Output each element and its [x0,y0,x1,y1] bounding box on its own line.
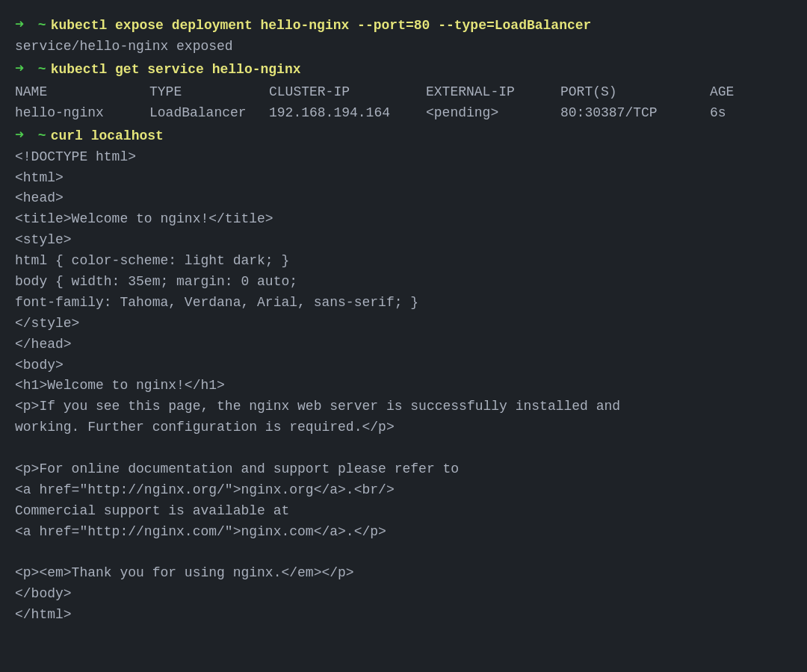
code-line-16: <a href="http://nginx.org/">nginx.org</a… [15,480,792,501]
col-type: TYPE [149,82,269,103]
code-line-4: <title>Welcome to nginx!</title> [15,209,792,230]
blank-line-1 [15,438,792,459]
code-line-1: <!DOCTYPE html> [15,147,792,168]
code-line-14: working. Further configuration is requir… [15,417,792,438]
code-line-19: <p><em>Thank you for using nginx.</em></… [15,563,792,584]
cmd-3: curl localhost [51,126,164,147]
code-line-18: <a href="http://nginx.com/">nginx.com</a… [15,522,792,543]
col-name: NAME [15,82,149,103]
table-data-row: hello-nginx LoadBalancer 192.168.194.164… [15,103,792,124]
cell-name: hello-nginx [15,103,149,124]
code-line-20: </body> [15,584,792,605]
cell-ports: 80:30387/TCP [560,103,710,124]
cell-type: LoadBalancer [149,103,269,124]
prompt-line-2[interactable]: ➜ ~ kubectl get service hello-nginx [15,57,792,81]
col-age: AGE [710,82,770,103]
arrow-icon-3: ➜ [15,124,24,147]
col-external-ip: EXTERNAL-IP [426,82,560,103]
arrow-icon-1: ➜ [15,13,24,37]
prompt-line-1[interactable]: ➜ ~ kubectl expose deployment hello-ngin… [15,13,792,37]
output-line-1: service/hello-nginx exposed [15,37,792,57]
tilde-2: ~ [30,60,46,81]
cell-age: 6s [710,103,770,124]
code-line-21: </html> [15,605,792,626]
table-header: NAME TYPE CLUSTER-IP EXTERNAL-IP PORT(S)… [15,82,792,103]
code-line-2: <html> [15,168,792,189]
cell-external-ip: <pending> [426,103,560,124]
col-ports: PORT(S) [560,82,710,103]
code-line-13: <p>If you see this page, the nginx web s… [15,396,792,417]
tilde-3: ~ [30,126,46,147]
code-line-9: </style> [15,314,792,335]
blank-line-2 [15,543,792,564]
tilde-1: ~ [30,16,46,37]
prompt-line-3[interactable]: ➜ ~ curl localhost [15,124,792,147]
cell-cluster-ip: 192.168.194.164 [269,103,426,124]
terminal: ➜ ~ kubectl expose deployment hello-ngin… [15,13,792,659]
cmd-2: kubectl get service hello-nginx [51,60,301,81]
code-line-15: <p>For online documentation and support … [15,459,792,480]
code-line-12: <h1>Welcome to nginx!</h1> [15,376,792,396]
code-line-7: body { width: 35em; margin: 0 auto; [15,272,792,293]
code-line-8: font-family: Tahoma, Verdana, Arial, san… [15,293,792,314]
col-cluster-ip: CLUSTER-IP [269,82,426,103]
arrow-icon-2: ➜ [15,57,24,81]
code-line-6: html { color-scheme: light dark; } [15,251,792,272]
code-line-11: <body> [15,355,792,376]
code-line-5: <style> [15,230,792,251]
cmd-1: kubectl expose deployment hello-nginx --… [51,16,592,37]
code-line-3: <head> [15,188,792,209]
code-line-10: </head> [15,335,792,355]
code-line-17: Commercial support is available at [15,501,792,522]
